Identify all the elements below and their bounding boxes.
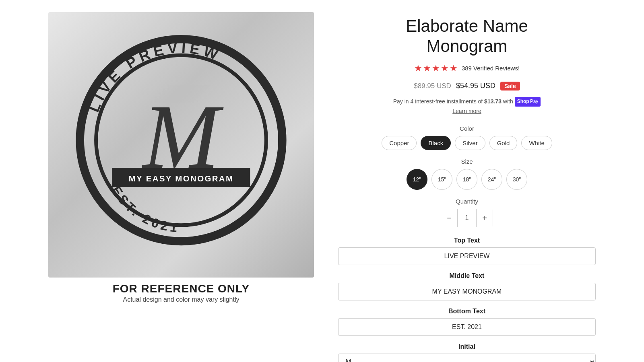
quantity-label: Quantity xyxy=(338,198,596,205)
image-caption: FOR REFERENCE ONLY Actual design and col… xyxy=(48,282,314,303)
product-section: Elaborate Name Monogram ★★★★★ 389 Verifi… xyxy=(338,12,596,362)
top-text-group: Top Text xyxy=(338,237,596,265)
middle-text-label: Middle Text xyxy=(338,272,596,280)
color-label: Color xyxy=(338,125,596,132)
size-btn-24[interactable]: 24" xyxy=(481,169,502,190)
star-rating: ★★★★★ xyxy=(414,63,458,74)
color-btn-white[interactable]: White xyxy=(521,136,552,150)
color-option-group: Color Copper Black Silver Gold White xyxy=(338,125,596,150)
quantity-control: − 1 + xyxy=(441,209,493,227)
color-btn-black[interactable]: Black xyxy=(421,136,451,150)
size-label: Size xyxy=(338,158,596,165)
ref-sub-text: Actual design and color may vary slightl… xyxy=(48,296,314,303)
product-image: LIVE PREVIEW EST. 2021 M MY EASY MONOGRA… xyxy=(48,12,314,278)
color-btn-copper[interactable]: Copper xyxy=(382,136,417,150)
page-wrapper: LIVE PREVIEW EST. 2021 M MY EASY MONOGRA… xyxy=(40,0,604,362)
top-text-input[interactable] xyxy=(338,247,596,265)
bottom-text-label: Bottom Text xyxy=(338,308,596,315)
color-btn-gold[interactable]: Gold xyxy=(489,136,518,150)
reviews-row: ★★★★★ 389 Verified Reviews! xyxy=(338,63,596,74)
size-btn-12[interactable]: 12" xyxy=(407,169,427,190)
sale-price: $54.95 USD xyxy=(456,82,495,90)
size-btn-30[interactable]: 30" xyxy=(506,169,527,190)
sale-badge: Sale xyxy=(500,82,520,90)
svg-text:MY EASY MONOGRAM: MY EASY MONOGRAM xyxy=(129,174,234,183)
size-btn-18[interactable]: 18" xyxy=(456,169,477,190)
quantity-increment-button[interactable]: + xyxy=(477,209,493,227)
size-btn-15[interactable]: 15" xyxy=(431,169,452,190)
color-options-list: Copper Black Silver Gold White xyxy=(338,136,596,150)
middle-text-group: Middle Text xyxy=(338,272,596,300)
monogram-svg: LIVE PREVIEW EST. 2021 M MY EASY MONOGRA… xyxy=(62,25,301,264)
quantity-value: 1 xyxy=(457,209,477,227)
initial-select[interactable]: ABC DEF GHI JKL MNO PQR STU VWX YZ xyxy=(338,354,596,362)
middle-text-input[interactable] xyxy=(338,283,596,300)
quantity-section: Quantity − 1 + xyxy=(338,198,596,227)
size-options-list: 12" 15" 18" 24" 30" xyxy=(338,169,596,190)
product-title: Elaborate Name Monogram xyxy=(338,16,596,57)
learn-more-link[interactable]: Learn more xyxy=(338,107,596,115)
bottom-text-group: Bottom Text xyxy=(338,308,596,336)
quantity-decrement-button[interactable]: − xyxy=(441,209,457,227)
initial-group: Initial ABC DEF GHI JKL MNO PQR STU VWX … xyxy=(338,343,596,362)
initial-label: Initial xyxy=(338,343,596,350)
color-btn-silver[interactable]: Silver xyxy=(455,136,485,150)
ref-main-text: FOR REFERENCE ONLY xyxy=(48,282,314,295)
original-price: $89.95 USD xyxy=(414,82,451,90)
price-row: $89.95 USD $54.95 USD Sale xyxy=(338,82,596,90)
image-section: LIVE PREVIEW EST. 2021 M MY EASY MONOGRA… xyxy=(48,12,314,303)
bottom-text-input[interactable] xyxy=(338,318,596,336)
size-option-group: Size 12" 15" 18" 24" 30" xyxy=(338,158,596,190)
svg-text:EST. 2021: EST. 2021 xyxy=(109,183,181,235)
shopify-pay-logo: ShopPay xyxy=(515,97,541,106)
review-count: 389 Verified Reviews! xyxy=(462,65,520,72)
top-text-label: Top Text xyxy=(338,237,596,244)
shopify-pay-info: Pay in 4 interest-free installments of $… xyxy=(338,97,596,115)
